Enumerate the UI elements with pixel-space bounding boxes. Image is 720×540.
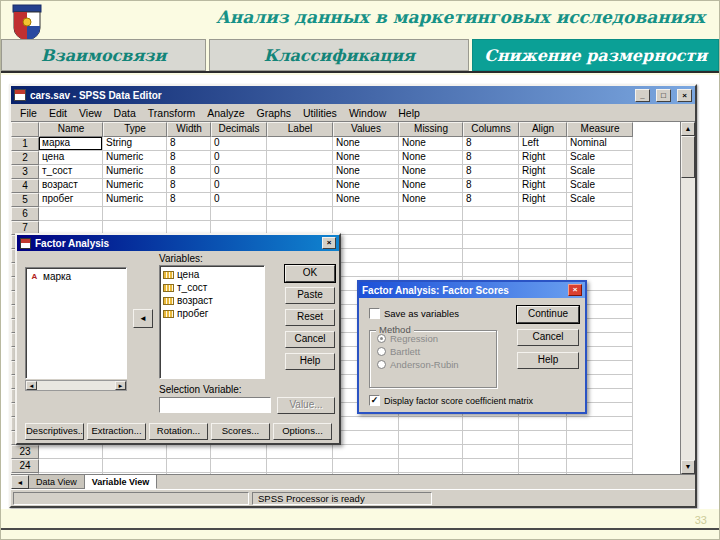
grid-cell[interactable] (39, 207, 103, 221)
col-header-label[interactable]: Label (267, 122, 333, 137)
maximize-button[interactable]: □ (656, 89, 671, 102)
tab-classification[interactable]: Классификация (209, 39, 469, 71)
grid-cell[interactable] (399, 445, 463, 459)
cancel-button[interactable]: Cancel (285, 331, 335, 348)
cell-name[interactable]: марка (39, 137, 103, 151)
cell-decimals[interactable]: 0 (211, 179, 267, 193)
help-button[interactable]: Help (285, 353, 335, 370)
reset-button[interactable]: Reset (285, 309, 335, 326)
row-number[interactable]: 3 (11, 165, 39, 179)
grid-cell[interactable] (103, 473, 167, 474)
grid-cell[interactable] (103, 459, 167, 473)
tab-data-view[interactable]: Data View (29, 475, 85, 489)
scrollbar-track[interactable] (37, 381, 115, 390)
grid-cell[interactable] (333, 249, 399, 263)
row-number[interactable]: 25 (11, 473, 39, 474)
grid-cell[interactable] (463, 417, 519, 431)
list-item[interactable]: пробег (162, 307, 262, 320)
transfer-variable-button[interactable]: ◄ (133, 309, 153, 328)
grid-cell[interactable] (463, 431, 519, 445)
row-number[interactable]: 23 (11, 445, 39, 459)
tab-variable-view[interactable]: Variable View (85, 475, 157, 489)
cell-name[interactable]: т_сост (39, 165, 103, 179)
scroll-up-icon[interactable]: ▲ (681, 122, 695, 136)
menu-analyze[interactable]: Analyze (201, 106, 250, 120)
scores-button[interactable]: Scores... (211, 423, 270, 440)
cell-align[interactable]: Right (519, 179, 567, 193)
row-number[interactable]: 4 (11, 179, 39, 193)
cell-align[interactable]: Left (519, 137, 567, 151)
grid-cell[interactable] (399, 221, 463, 235)
cell-align[interactable]: Right (519, 193, 567, 207)
cell-columns[interactable]: 8 (463, 137, 519, 151)
grid-cell[interactable] (211, 207, 267, 221)
grid-cell[interactable] (267, 459, 333, 473)
grid-cell[interactable] (103, 445, 167, 459)
cell-align[interactable]: Right (519, 151, 567, 165)
menu-view[interactable]: View (73, 106, 108, 120)
cell-label[interactable] (267, 165, 333, 179)
cell-label[interactable] (267, 151, 333, 165)
grid-cell[interactable] (519, 235, 567, 249)
menu-edit[interactable]: Edit (43, 106, 73, 120)
radio-icon[interactable] (377, 360, 386, 369)
cell-label[interactable] (267, 179, 333, 193)
cell-columns[interactable]: 8 (463, 165, 519, 179)
save-as-variables-option[interactable]: Save as variables (369, 308, 459, 319)
menu-transform[interactable]: Transform (142, 106, 201, 120)
grid-cell[interactable] (519, 445, 567, 459)
scrollbar-thumb[interactable] (681, 136, 695, 178)
cell-decimals[interactable]: 0 (211, 151, 267, 165)
paste-button[interactable]: Paste (285, 287, 335, 304)
grid-cell[interactable] (211, 473, 267, 474)
selection-variable-field[interactable] (159, 397, 271, 413)
cell-type[interactable]: Numeric (103, 193, 167, 207)
tab-relationships[interactable]: Взаимосвязи (1, 39, 206, 71)
grid-cell[interactable] (463, 263, 519, 277)
grid-cell[interactable] (567, 207, 633, 221)
grid-cell[interactable] (333, 445, 399, 459)
grid-cell[interactable] (399, 249, 463, 263)
selected-variables-list[interactable]: цена т_сост возраст пробег (159, 265, 265, 379)
grid-cell[interactable] (519, 473, 567, 474)
value-button[interactable]: Value... (277, 397, 335, 414)
menu-help[interactable]: Help (392, 106, 426, 120)
grid-cell[interactable] (211, 459, 267, 473)
rotation-button[interactable]: Rotation... (149, 423, 208, 440)
display-coefficient-option[interactable]: ✓ Display factor score coefficient matri… (369, 395, 533, 406)
col-header-width[interactable]: Width (167, 122, 211, 137)
grid-cell[interactable] (103, 207, 167, 221)
cell-missing[interactable]: None (399, 137, 463, 151)
list-item[interactable]: возраст (162, 294, 262, 307)
extraction-button[interactable]: Extraction... (87, 423, 146, 440)
cell-type[interactable]: String (103, 137, 167, 151)
close-button[interactable]: × (677, 89, 692, 102)
cell-missing[interactable]: None (399, 151, 463, 165)
grid-cell[interactable] (463, 207, 519, 221)
grid-cell[interactable] (567, 417, 633, 431)
scroll-down-icon[interactable]: ▼ (681, 460, 695, 474)
spss-titlebar[interactable]: cars.sav - SPSS Data Editor _ □ × (11, 86, 695, 104)
row-number[interactable]: 24 (11, 459, 39, 473)
col-header-decimals[interactable]: Decimals (211, 122, 267, 137)
grid-cell[interactable] (167, 445, 211, 459)
scroll-left-icon[interactable]: ◄ (26, 381, 37, 390)
row-number[interactable]: 1 (11, 137, 39, 151)
radio-selected-icon[interactable] (377, 334, 386, 343)
row-number[interactable]: 6 (11, 207, 39, 221)
cell-decimals[interactable]: 0 (211, 137, 267, 151)
ok-button[interactable]: OK (285, 265, 335, 282)
grid-cell[interactable] (519, 417, 567, 431)
grid-cell[interactable] (333, 235, 399, 249)
list-item[interactable]: цена (162, 268, 262, 281)
dialog-titlebar[interactable]: Factor Analysis × (17, 235, 339, 251)
menu-file[interactable]: File (14, 106, 43, 120)
cell-type[interactable]: Numeric (103, 151, 167, 165)
cancel-button[interactable]: Cancel (517, 329, 579, 346)
cell-measure[interactable]: Nominal (567, 137, 633, 151)
grid-cell[interactable] (399, 431, 463, 445)
col-header-align[interactable]: Align (519, 122, 567, 137)
cell-measure[interactable]: Scale (567, 151, 633, 165)
cell-label[interactable] (267, 193, 333, 207)
list-horizontal-scrollbar[interactable]: ◄ ► (25, 380, 127, 391)
